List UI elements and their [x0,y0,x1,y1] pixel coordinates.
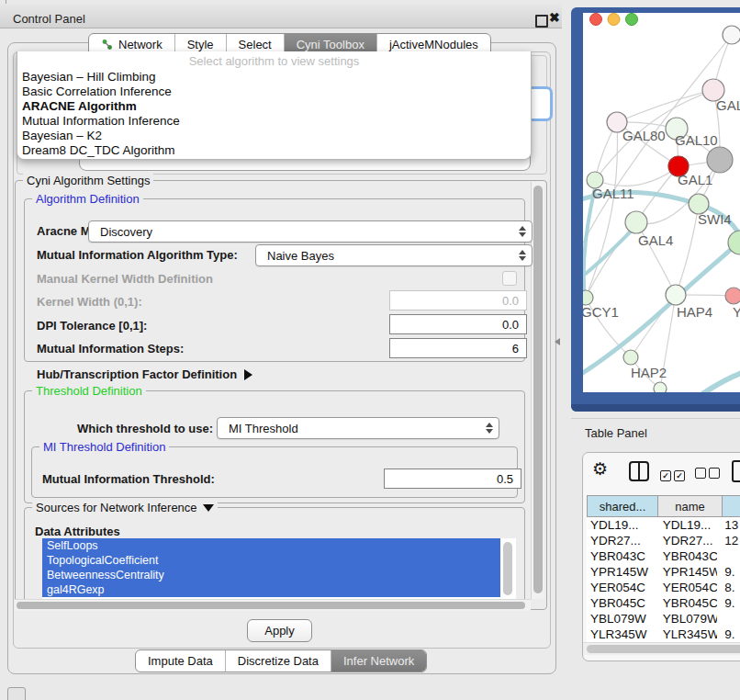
tab-discretize-data[interactable]: Discretize Data [226,650,331,672]
scrollbar-thumb[interactable] [533,186,543,593]
tab-label: Style [187,38,214,51]
mi-type-value: Naive Bayes [267,249,334,263]
dropdown-placeholder: Select algorithm to view settings [17,51,531,70]
table-cell: YLR345W [587,627,656,641]
new-table-icon[interactable] [732,460,740,482]
table-cell: YBR043C [656,549,717,563]
table-row[interactable]: YPR145WYPR145W9. [587,564,740,580]
scrollbar-thumb[interactable] [17,602,525,609]
table-cell: 9. [717,627,740,641]
dropdown-item[interactable]: Dream8 DC_TDC Algorithm [17,143,531,158]
close-button[interactable] [590,14,602,26]
zoom-button[interactable] [626,14,638,26]
which-threshold-combo[interactable]: MI Threshold [217,417,499,439]
table-panel-title: Table Panel [585,426,647,440]
window-frame-shadow [571,404,740,412]
table-row[interactable]: YLR345WYLR345W9. [587,627,740,642]
mi-type-combo[interactable]: Naive Bayes [255,244,533,266]
tab-infer-network[interactable]: Infer Network [331,650,426,672]
dpi-tolerance-field[interactable]: 0.0 [389,314,527,334]
node-label: GAL11 [592,186,634,201]
table-row[interactable]: YDL19...YDL19...13 [587,517,740,533]
settings-vertical-scrollbar[interactable] [531,182,544,599]
control-panel-titlebar: Control Panel ✖ [0,4,562,28]
column-header[interactable] [723,495,740,517]
network-node[interactable] [707,147,733,173]
attribute-list-item[interactable]: BetweennessCentrality [42,568,500,582]
mi-threshold-label: Mutual Information Threshold: [42,472,215,486]
mi-steps-field[interactable]: 6 [389,338,527,358]
dropdown-item[interactable]: ARACNE Algorithm [17,99,531,114]
table-row[interactable]: YBR043CYBR043C [587,548,740,564]
tab-label: Impute Data [148,654,213,668]
table-cell: YBR045C [656,596,717,610]
minimize-button[interactable] [608,14,620,26]
table-row[interactable]: YBR045CYBR045C9. [587,595,740,611]
algorithm-dropdown-popup: Select algorithm to view settings Bayesi… [17,51,532,160]
scrollbar-thumb[interactable] [587,645,740,653]
kernel-width-field: 0.0 [389,290,527,310]
split-view-icon[interactable] [629,461,649,481]
tab-impute-data[interactable]: Impute Data [136,650,226,672]
tab-label: jActiveMNodules [389,38,478,51]
attribute-list-item[interactable]: TopologicalCoefficient [42,553,500,568]
settings-horizontal-scrollbar[interactable] [15,599,531,611]
node-table-window: ⚙ ✓✓ shared...name YDL19...YDL19...13YDR… [582,452,740,661]
aracne-mode-combo[interactable]: Discovery [88,220,533,243]
float-window-icon[interactable] [535,15,548,28]
network-view-window: GALGAL80GAL10GAL1GAL11SWI4GAL4GCY1HAP4YH… [571,7,740,412]
dropdown-item[interactable]: Basic Correlation Inference [17,85,531,99]
node-label: GAL80 [622,128,666,143]
dpi-tolerance-label: DPI Tolerance [0,1]: [37,319,147,333]
chevron-down-icon [203,504,214,512]
table-cell: YDL19... [587,518,656,532]
group-title: MI Threshold Definition [39,440,169,454]
network-node[interactable] [666,285,686,305]
combo-spinner-icon [519,226,525,237]
network-node[interactable] [654,382,667,392]
network-labels: GALGAL80GAL10GAL1GAL11SWI4GAL4GCY1HAP4YH… [583,97,740,380]
node-label: HAP2 [631,365,667,380]
column-header[interactable]: name [658,495,723,517]
minimized-panel-button[interactable] [7,687,26,700]
apply-button[interactable]: Apply [247,619,312,642]
table-cell: YBL079W [587,612,656,626]
mi-threshold-field[interactable]: 0.5 [384,469,521,489]
gear-icon[interactable]: ⚙ [592,458,608,480]
select-all-columns-icon[interactable]: ✓✓ [660,466,688,482]
network-node[interactable] [623,350,638,365]
network-node[interactable] [723,26,740,44]
kernel-width-label: Kernel Width (0,1): [37,295,142,309]
attributes-scrollbar-thumb[interactable] [503,542,512,595]
close-icon[interactable]: ✖ [549,10,560,25]
table-row[interactable]: YBL079WYBL079W [587,611,740,627]
sources-toggle[interactable]: Sources for Network Inference [32,501,218,514]
table-horizontal-scrollbar[interactable] [583,642,740,655]
application-root: Control Panel ✖ NetworkStyleSelectCyni T… [0,0,740,700]
network-node[interactable] [583,290,593,305]
group-title: Cyni Algorithm Settings [23,174,153,187]
group-title: Algorithm Definition [32,192,143,206]
attribute-list-item[interactable]: gal4RGexp [42,582,500,597]
dropdown-item[interactable]: Bayesian – Hill Climbing [17,70,531,85]
data-attributes-list[interactable]: SelfLoopsTopologicalCoefficientBetweenne… [42,538,516,599]
column-header[interactable]: shared... [587,495,658,517]
splitter-collapse-icon[interactable] [555,338,560,345]
deselect-columns-icon[interactable] [695,466,723,482]
network-nodes [583,26,740,392]
network-node[interactable] [625,211,647,233]
network-canvas[interactable]: GALGAL80GAL10GAL1GAL11SWI4GAL4GCY1HAP4YH… [583,13,740,392]
manual-kernel-checkbox [502,271,517,286]
combo-spinner-icon [519,250,525,261]
dropdown-item[interactable]: Bayesian – K2 [17,129,531,143]
hub-definition-toggle[interactable]: Hub/Transcription Factor Definition [37,367,252,381]
chevron-right-icon [244,369,252,380]
tab-label: Select [239,38,272,51]
table-row[interactable]: YDR27...YDR27...12 [587,533,740,548]
dropdown-item[interactable]: Mutual Information Inference [17,114,531,129]
network-node[interactable] [725,288,740,304]
attribute-list-item[interactable]: SelfLoops [42,538,500,553]
table-row[interactable]: YER054CYER054C8. [587,580,740,595]
tab-label: Infer Network [343,654,414,668]
mi-type-label: Mutual Information Algorithm Type: [37,248,238,262]
